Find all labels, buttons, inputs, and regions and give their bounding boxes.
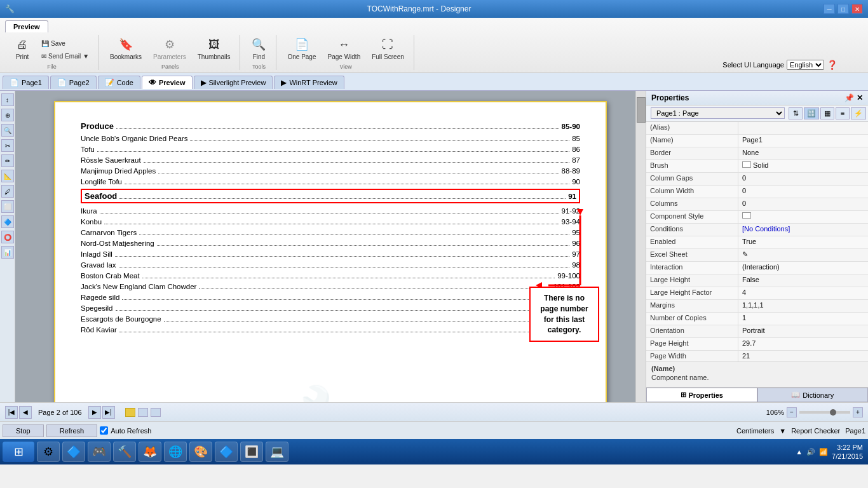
sidebar-tool-7[interactable]: 🖊	[1, 185, 14, 198]
preview-area: Produce 85-90 Uncle Bob's Organic Dried …	[15, 91, 646, 402]
start-button[interactable]: ⊞	[3, 442, 34, 462]
sidebar-tool-9[interactable]: 🔷	[1, 215, 14, 228]
page-width-button[interactable]: ↔ Page Width	[323, 35, 365, 62]
nav-last[interactable]: ▶|	[102, 406, 115, 419]
close-props-icon[interactable]: ✕	[857, 93, 863, 102]
preview-scrollbar[interactable]	[635, 91, 646, 402]
help-icon[interactable]: ❓	[827, 60, 837, 70]
zoom-thumb[interactable]	[830, 409, 836, 416]
full-screen-icon: ⛶	[380, 37, 395, 52]
main-area: ↕ ⊕ 🔍 ✂ ✏ 📐 🖊 ⬜ 🔷 ⭕ 📊 Produce 85-90	[0, 91, 868, 402]
tab-page1[interactable]: 📄 Page1	[3, 76, 49, 89]
parameters-button[interactable]: ⚙ Parameters	[149, 35, 191, 62]
sidebar-tool-6[interactable]: 📐	[1, 170, 14, 182]
nav-first[interactable]: |◀	[5, 406, 18, 419]
tool-buttons: 🔍 Find	[247, 35, 271, 62]
tab-dictionary[interactable]: 📖 Dictionary	[757, 388, 869, 402]
toc-category-seafood: Seafood 91	[81, 189, 580, 203]
marker-blue2[interactable]	[151, 408, 161, 417]
props-tool-desc[interactable]: ≡	[836, 107, 850, 119]
save-button[interactable]: 💾 Save	[37, 37, 93, 50]
send-email-label: Send Email	[48, 53, 81, 60]
send-email-button[interactable]: ✉ Send Email ▼	[37, 50, 93, 62]
nav-next[interactable]: ▶	[88, 406, 101, 419]
refresh-button[interactable]: Refresh	[46, 424, 98, 437]
taskbar-app-9[interactable]: 🔳	[240, 442, 263, 462]
sidebar-tool-2[interactable]: ⊕	[1, 109, 14, 121]
page-select-dropdown[interactable]: Page1 : Page	[651, 107, 785, 119]
page-width-icon: ↔	[336, 37, 351, 52]
tab-code[interactable]: 📝 Code	[98, 76, 140, 89]
sidebar-tool-4[interactable]: ✂	[1, 139, 14, 152]
full-screen-button[interactable]: ⛶ Full Screen	[367, 35, 409, 62]
tab-page2[interactable]: 📄 Page2	[50, 76, 97, 89]
preview-tab-icon: 👁	[149, 78, 156, 87]
conditions-val: [No Conditions]	[738, 224, 868, 236]
bookmarks-button[interactable]: 🔖 Bookmarks	[105, 35, 146, 62]
taskbar-app-6[interactable]: 🌐	[164, 442, 187, 462]
taskbar-app-8[interactable]: 🔷	[215, 442, 238, 462]
taskbar-app-7[interactable]: 🎨	[189, 442, 212, 462]
ribbon-group-tools: 🔍 Find Tools	[241, 35, 276, 70]
preview-scroll[interactable]: Produce 85-90 Uncle Bob's Organic Dried …	[15, 91, 646, 402]
props-tool-grid[interactable]: 🔠	[804, 107, 819, 119]
auto-refresh-checkbox[interactable]	[100, 426, 108, 435]
tab-winrt[interactable]: ▶ WinRT Preview	[274, 76, 344, 89]
nav-prev[interactable]: ◀	[19, 406, 32, 419]
zoom-in[interactable]: +	[853, 407, 863, 417]
boston-name: Boston Crab Meat	[81, 272, 140, 280]
taskbar-app-5[interactable]: 🦊	[139, 442, 161, 462]
page-w-key: Page Width	[646, 351, 738, 362]
unit-label: Centimeters	[736, 427, 774, 435]
props-tool-cols[interactable]: ▦	[820, 107, 834, 119]
zoom-slider[interactable]	[799, 411, 850, 414]
tab-preview[interactable]: 👁 Preview	[142, 76, 193, 89]
scrollbar-thumb[interactable]	[637, 97, 646, 123]
close-button[interactable]: ✕	[851, 4, 863, 14]
enabled-val: True	[738, 236, 868, 248]
one-page-icon: 📄	[294, 37, 309, 52]
taskbar-app-3[interactable]: 🎮	[88, 442, 111, 462]
ribbon-tab-preview[interactable]: Preview	[5, 20, 48, 32]
props-tool-sort[interactable]: ⇅	[789, 107, 803, 119]
sidebar-tool-3[interactable]: 🔍	[1, 124, 14, 137]
unit-dropdown-icon[interactable]: ▼	[779, 427, 786, 435]
zoom-out[interactable]: −	[787, 407, 797, 417]
tab-properties[interactable]: ⊞ Properties	[646, 388, 757, 402]
tray-network: 🔊	[806, 448, 815, 456]
taskbar-app-4[interactable]: 🔨	[113, 442, 136, 462]
col-width-key: Column Width	[646, 186, 738, 198]
marker-yellow[interactable]	[125, 408, 135, 417]
sidebar-tool-8[interactable]: ⬜	[1, 200, 14, 213]
parameters-icon: ⚙	[162, 37, 177, 52]
file-buttons: 🖨 Print 💾 Save ✉ Send Email ▼	[10, 35, 93, 62]
props-tool-events[interactable]: ⚡	[851, 107, 866, 119]
thumbnails-button[interactable]: 🖼 Thumbnails	[193, 35, 235, 62]
maximize-button[interactable]: □	[837, 4, 849, 14]
zoom-pct: 106%	[766, 409, 784, 416]
sidebar-tool-1[interactable]: ↕	[1, 93, 14, 106]
col-gaps-key: Column Gaps	[646, 173, 738, 185]
lang-dropdown[interactable]: English	[787, 60, 824, 70]
marker-blue1[interactable]	[138, 408, 148, 417]
stop-button[interactable]: Stop	[3, 424, 44, 437]
sidebar-tool-11[interactable]: 📊	[1, 246, 14, 259]
sidebar-tool-5[interactable]: ✏	[1, 154, 14, 167]
copies-key: Number of Copies	[646, 313, 738, 325]
minimize-button[interactable]: ─	[824, 4, 835, 14]
auto-refresh-label: Auto Refresh	[111, 427, 151, 435]
sidebar-tool-10[interactable]: ⭕	[1, 231, 14, 243]
report-checker-btn[interactable]: Report Checker	[791, 427, 840, 435]
taskbar-app-1[interactable]: ⚙	[37, 442, 60, 462]
tab-silverlight[interactable]: ▶ Silverlight Preview	[194, 76, 273, 89]
page2-tab-icon: 📄	[57, 78, 67, 87]
props-desc-text: Component name.	[651, 374, 863, 381]
one-page-button[interactable]: 📄 One Page	[283, 35, 320, 62]
interaction-val: (Interaction)	[738, 262, 868, 274]
find-button[interactable]: 🔍 Find	[247, 35, 271, 62]
pin-icon[interactable]: 📌	[844, 93, 854, 102]
print-button[interactable]: 🖨 Print	[10, 35, 34, 62]
thumbnails-label: Thumbnails	[198, 53, 231, 60]
taskbar-app-10[interactable]: 💻	[266, 442, 288, 462]
taskbar-app-2[interactable]: 🔷	[62, 442, 85, 462]
